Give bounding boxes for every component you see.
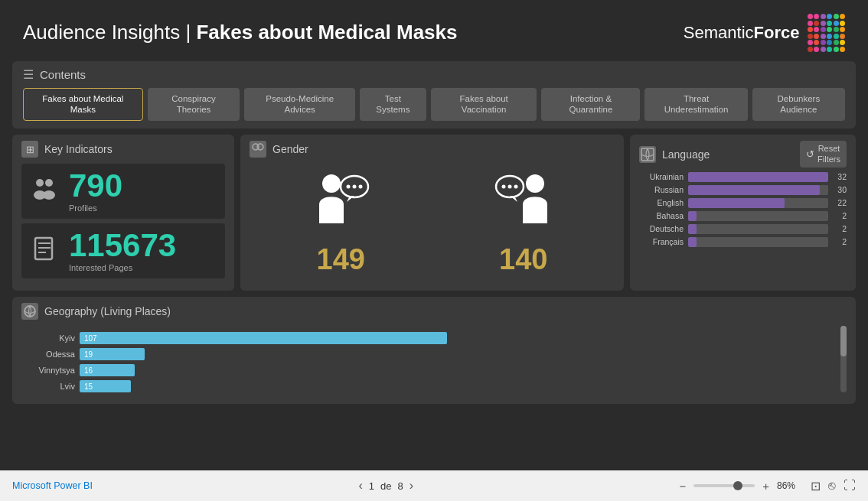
geo-chart: Kyiv 107 Odessa 19 Vinnytsya 16 Lviv 15 bbox=[21, 326, 847, 392]
zoom-plus[interactable]: + bbox=[762, 480, 769, 493]
language-title: Language bbox=[662, 148, 710, 161]
profiles-label: Profiles bbox=[69, 203, 122, 213]
geography-icon bbox=[21, 303, 38, 320]
svg-point-13 bbox=[353, 185, 357, 189]
geo-scrollbar[interactable] bbox=[840, 326, 847, 392]
tab-pseudo[interactable]: Pseudo-Medicine Advices bbox=[244, 88, 355, 122]
geography-panel: Geography (Living Places) Kyiv 107 Odess… bbox=[12, 297, 856, 404]
lang-bar-bg bbox=[688, 237, 828, 247]
lang-row-deutsche: Deutsche 2 bbox=[639, 224, 847, 234]
female-item: 149 bbox=[310, 170, 371, 276]
lang-label: Français bbox=[639, 237, 684, 246]
bottom-right-icons: ⎋ ⛶ bbox=[828, 479, 856, 493]
key-indicators-title: Key Indicators bbox=[44, 143, 113, 155]
zoom-slider[interactable] bbox=[693, 484, 755, 487]
pages-label: Interested Pages bbox=[69, 263, 176, 272]
geo-bar-fill: 15 bbox=[80, 380, 131, 392]
reset-icon: ↺ bbox=[806, 148, 814, 160]
key-indicators-icon: ⊞ bbox=[21, 141, 38, 158]
contents-header: ☰ Contents bbox=[23, 67, 845, 82]
gender-title: Gender bbox=[272, 143, 308, 155]
svg-point-21 bbox=[24, 306, 35, 317]
lang-row-bahasa: Bahasa 2 bbox=[639, 211, 847, 221]
lang-value: 2 bbox=[833, 224, 847, 233]
pages-icon bbox=[31, 235, 58, 268]
language-icon bbox=[639, 146, 656, 163]
geo-bar-fill: 107 bbox=[80, 332, 447, 344]
geo-bar-fill: 19 bbox=[80, 348, 145, 360]
tab-infection[interactable]: Infection & Quarantine bbox=[541, 88, 640, 122]
next-page-button[interactable]: › bbox=[410, 479, 413, 493]
lang-label: English bbox=[639, 198, 684, 207]
tab-vaccination[interactable]: Fakes about Vaccination bbox=[431, 88, 537, 122]
fit-icon[interactable]: ⊡ bbox=[811, 479, 821, 493]
lang-bar-fill bbox=[688, 185, 820, 195]
lang-label: Ukrainian bbox=[639, 172, 684, 181]
geo-city-label: Odessa bbox=[21, 350, 75, 359]
zoom-area: − + 86% ⊡ ⎋ ⛶ bbox=[679, 479, 856, 493]
geo-bar-value: 16 bbox=[84, 366, 93, 375]
lang-bar-fill bbox=[688, 211, 697, 221]
female-icon bbox=[310, 170, 371, 239]
logo-text: SemanticForce bbox=[684, 23, 800, 43]
page-navigation: ‹ 1 de 8 › bbox=[358, 479, 413, 493]
lang-row-russian: Russian 30 bbox=[639, 185, 847, 195]
language-header-row: Language ↺ ResetFilters bbox=[639, 141, 847, 167]
geo-city-label: Kyiv bbox=[21, 333, 75, 343]
svg-rect-20 bbox=[641, 148, 654, 161]
tab-test-systems[interactable]: Test Systems bbox=[360, 88, 426, 122]
profiles-icon bbox=[31, 175, 58, 208]
reset-label: ResetFilters bbox=[817, 144, 840, 164]
svg-point-9 bbox=[257, 144, 263, 150]
svg-point-12 bbox=[347, 185, 351, 189]
fullscreen-icon[interactable]: ⛶ bbox=[844, 479, 856, 493]
contents-panel: ☰ Contents Fakes about Medical MasksCons… bbox=[12, 61, 856, 129]
lang-value: 2 bbox=[833, 237, 847, 246]
powerbi-link[interactable]: Microsoft Power BI bbox=[12, 480, 93, 491]
svg-point-17 bbox=[507, 185, 511, 189]
lang-bar-fill bbox=[688, 224, 697, 234]
header-title: Audience Insights | Fakes about Medical … bbox=[23, 21, 457, 44]
geography-header: Geography (Living Places) bbox=[21, 303, 847, 320]
geo-city-label: Vinnytsya bbox=[21, 366, 75, 375]
male-item: 140 bbox=[493, 170, 554, 276]
lang-label: Deutsche bbox=[639, 224, 684, 233]
logo-area: SemanticForce bbox=[684, 14, 845, 52]
bottom-bar: Microsoft Power BI ‹ 1 de 8 › − + 86% ⊡ … bbox=[0, 470, 868, 501]
svg-point-3 bbox=[43, 190, 55, 200]
lang-value: 30 bbox=[833, 185, 847, 194]
tab-conspiracy[interactable]: Conspiracy Theories bbox=[148, 88, 240, 122]
male-icon bbox=[493, 170, 554, 239]
prev-page-button[interactable]: ‹ bbox=[358, 479, 362, 493]
lang-bar-bg bbox=[688, 198, 828, 208]
svg-point-1 bbox=[45, 179, 53, 187]
tab-medical-masks[interactable]: Fakes about Medical Masks bbox=[23, 88, 143, 122]
lang-bar-bg bbox=[688, 185, 828, 195]
page-total: 8 bbox=[397, 480, 403, 492]
svg-point-0 bbox=[36, 179, 44, 187]
logo-dots bbox=[808, 14, 846, 52]
zoom-thumb[interactable] bbox=[733, 481, 742, 490]
pages-content: 115673 Interested Pages bbox=[69, 229, 176, 272]
svg-point-10 bbox=[322, 174, 341, 193]
geography-title: Geography (Living Places) bbox=[44, 305, 171, 317]
gender-icon bbox=[250, 141, 266, 158]
gender-content: 149 140 bbox=[250, 164, 615, 276]
tab-threat[interactable]: Threat Underestimation bbox=[644, 88, 747, 122]
reset-filters-button[interactable]: ↺ ResetFilters bbox=[800, 141, 847, 167]
lang-value: 32 bbox=[833, 172, 847, 181]
share-icon[interactable]: ⎋ bbox=[828, 479, 836, 493]
zoom-minus[interactable]: − bbox=[679, 480, 686, 493]
lang-label: Russian bbox=[639, 185, 684, 194]
pages-number: 115673 bbox=[69, 229, 176, 262]
geo-bars: Kyiv 107 Odessa 19 Vinnytsya 16 Lviv 15 bbox=[21, 332, 836, 392]
main-content: ☰ Contents Fakes about Medical MasksCons… bbox=[0, 61, 868, 411]
geo-scrollbar-thumb[interactable] bbox=[840, 326, 847, 356]
male-count: 140 bbox=[499, 243, 547, 276]
pages-card: 115673 Interested Pages bbox=[21, 223, 225, 278]
tab-debunkers[interactable]: Debunkers Audience bbox=[752, 88, 845, 122]
geo-row-kyiv: Kyiv 107 bbox=[21, 332, 836, 344]
geo-bar-fill: 16 bbox=[80, 364, 135, 376]
geo-bar-value: 107 bbox=[84, 334, 97, 343]
geo-city-label: Lviv bbox=[21, 382, 75, 391]
